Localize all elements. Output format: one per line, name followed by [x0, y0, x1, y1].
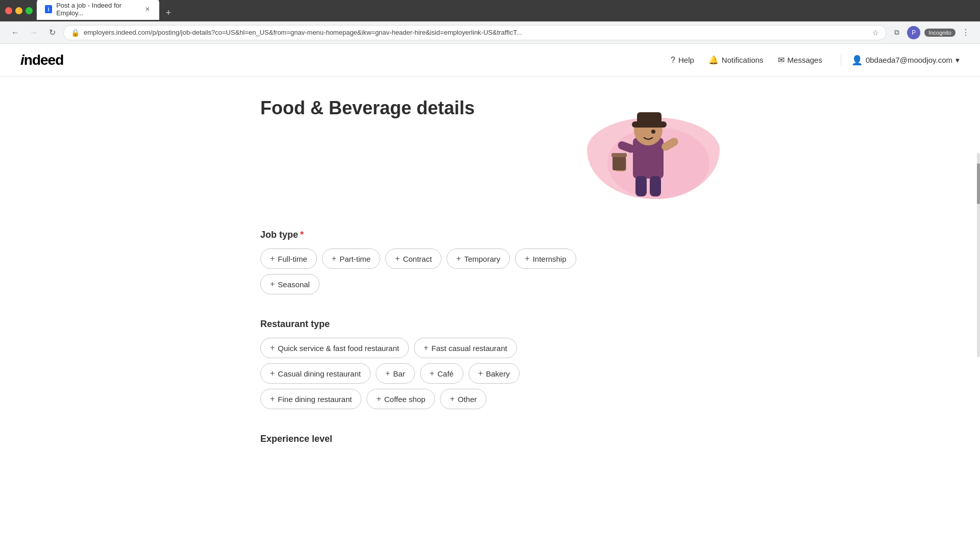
restaurant-type-cafe[interactable]: + Café: [420, 363, 463, 384]
window-minimize-button[interactable]: [15, 7, 22, 14]
window-maximize-button[interactable]: [26, 7, 33, 14]
indeed-page: indeed ? Help 🔔 Notifications ✉ Messages…: [0, 44, 980, 551]
active-tab[interactable]: i Post a job - Indeed for Employ... ✕: [37, 0, 159, 20]
forward-button[interactable]: →: [27, 26, 41, 40]
main-content: Food & Beverage details: [0, 77, 980, 489]
plus-icon: +: [456, 254, 461, 263]
experience-level-label: Experience level: [260, 434, 720, 444]
svg-point-5: [651, 130, 655, 134]
browser-titlebar: i Post a job - Indeed for Employ... ✕ +: [0, 0, 980, 21]
plus-icon: +: [270, 343, 275, 353]
bell-icon: 🔔: [708, 55, 719, 65]
job-type-label: Job type *: [260, 230, 720, 240]
restaurant-type-other[interactable]: + Other: [440, 389, 486, 409]
restaurant-type-quick-service[interactable]: + Quick service & fast food restaurant: [260, 338, 409, 358]
page-header: Food & Beverage details: [260, 97, 720, 199]
refresh-button[interactable]: ↻: [45, 26, 59, 40]
job-type-internship[interactable]: + Internship: [515, 248, 576, 269]
profile-icon[interactable]: P: [907, 26, 920, 39]
restaurant-type-coffee-shop[interactable]: + Coffee shop: [366, 389, 435, 409]
restaurant-type-section: Restaurant type + Quick service & fast f…: [260, 319, 720, 409]
job-type-contract[interactable]: + Contract: [385, 248, 442, 269]
plus-icon: +: [376, 394, 381, 404]
plus-icon: +: [525, 254, 529, 263]
address-bar-icons: ☆: [872, 29, 879, 37]
job-type-seasonal[interactable]: + Seasonal: [260, 274, 320, 294]
svg-rect-10: [611, 153, 627, 157]
plus-icon: +: [450, 394, 454, 404]
required-star: *: [300, 230, 304, 240]
back-button[interactable]: ←: [8, 26, 22, 40]
header-nav: ? Help 🔔 Notifications ✉ Messages 👤 0bda…: [671, 55, 960, 66]
plus-icon: +: [270, 394, 275, 404]
plus-icon: +: [395, 254, 400, 263]
notifications-link[interactable]: 🔔 Notifications: [708, 55, 764, 65]
svg-rect-11: [635, 176, 647, 196]
window-controls: [5, 7, 33, 14]
messages-link[interactable]: ✉ Messages: [778, 55, 822, 65]
tab-bar: i Post a job - Indeed for Employ... ✕ +: [37, 2, 975, 20]
restaurant-type-fine-dining[interactable]: + Fine dining restaurant: [260, 389, 361, 409]
new-tab-button[interactable]: +: [161, 6, 176, 20]
experience-level-section: Experience level: [260, 434, 720, 444]
plus-icon: +: [385, 369, 390, 378]
scrollbar[interactable]: [977, 153, 980, 357]
user-menu[interactable]: 👤 0bdaeda7@moodjoy.com ▾: [841, 55, 960, 66]
window-close-button[interactable]: [5, 7, 12, 14]
hero-illustration: [577, 97, 720, 199]
bookmark-icon[interactable]: ☆: [872, 29, 879, 37]
nav-bar: ← → ↻ 🔒 employers.indeed.com/p/posting/j…: [0, 21, 980, 44]
restaurant-type-fast-casual[interactable]: + Fast casual restaurant: [414, 338, 517, 358]
address-bar[interactable]: 🔒 employers.indeed.com/p/posting/job-det…: [63, 25, 887, 40]
extensions-icon[interactable]: ⧉: [891, 27, 903, 39]
plus-icon: +: [478, 369, 483, 378]
plus-icon: +: [332, 254, 336, 263]
tab-title: Post a job - Indeed for Employ...: [56, 2, 140, 17]
plus-icon: +: [270, 254, 275, 263]
svg-rect-4: [637, 112, 662, 123]
job-type-temporary[interactable]: + Temporary: [447, 248, 510, 269]
svg-rect-12: [650, 176, 661, 196]
job-type-part-time[interactable]: + Part-time: [322, 248, 380, 269]
lock-icon: 🔒: [71, 29, 80, 37]
restaurant-type-casual-dining[interactable]: + Casual dining restaurant: [260, 363, 371, 384]
scrollbar-thumb[interactable]: [977, 163, 980, 204]
browser-chrome: i Post a job - Indeed for Employ... ✕ + …: [0, 0, 980, 44]
user-icon: 👤: [851, 55, 863, 66]
tab-close-button[interactable]: ✕: [144, 5, 151, 13]
menu-icon[interactable]: ⋮: [960, 27, 972, 39]
restaurant-type-chips-row3: + Fine dining restaurant + Coffee shop +…: [260, 389, 720, 409]
job-type-chips-row2: + Seasonal: [260, 274, 720, 294]
indeed-header: indeed ? Help 🔔 Notifications ✉ Messages…: [0, 44, 980, 77]
page-title: Food & Beverage details: [260, 97, 475, 119]
restaurant-type-bar[interactable]: + Bar: [376, 363, 415, 384]
restaurant-type-chips-row1: + Quick service & fast food restaurant +…: [260, 338, 720, 358]
plus-icon: +: [270, 280, 275, 289]
indeed-logo[interactable]: indeed: [20, 52, 63, 68]
profile-area: ⧉ P Incognito ⋮: [891, 26, 972, 39]
job-type-chips: + Full-time + Part-time + Contract + Tem…: [260, 248, 720, 269]
restaurant-type-label: Restaurant type: [260, 319, 720, 330]
tab-favicon: i: [45, 5, 52, 13]
chevron-down-icon: ▾: [955, 56, 960, 65]
job-type-section: Job type * + Full-time + Part-time + Con…: [260, 230, 720, 294]
plus-icon: +: [270, 369, 275, 378]
plus-icon: +: [430, 369, 434, 378]
help-link[interactable]: ? Help: [671, 56, 694, 65]
incognito-badge: Incognito: [924, 29, 955, 37]
restaurant-type-bakery[interactable]: + Bakery: [469, 363, 520, 384]
help-icon: ?: [671, 56, 675, 65]
restaurant-type-chips-row2: + Casual dining restaurant + Bar + Café …: [260, 363, 720, 384]
form-container: Food & Beverage details: [260, 77, 720, 489]
url-text: employers.indeed.com/p/posting/job-detai…: [84, 29, 868, 36]
person-illustration: [577, 97, 709, 199]
plus-icon: +: [424, 343, 428, 353]
job-type-full-time[interactable]: + Full-time: [260, 248, 317, 269]
mail-icon: ✉: [778, 55, 785, 65]
